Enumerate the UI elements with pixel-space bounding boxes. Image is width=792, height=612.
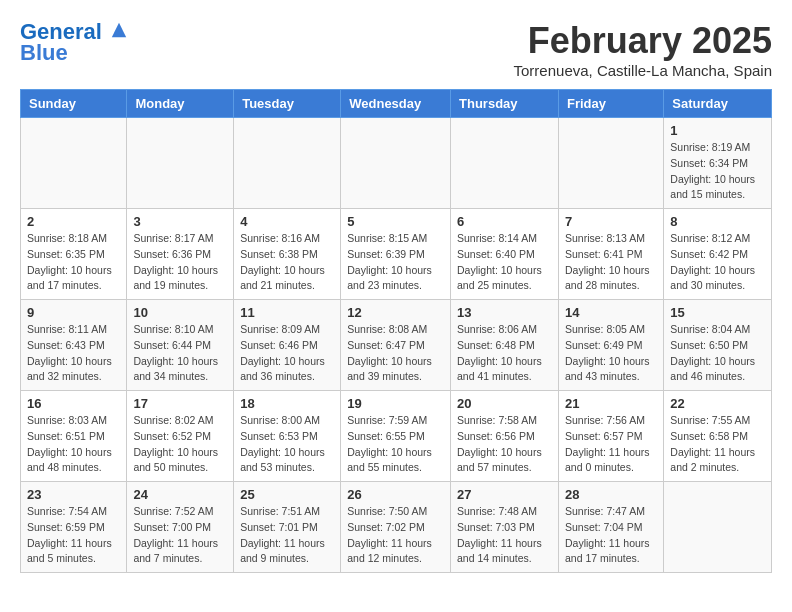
header-friday: Friday — [558, 90, 663, 118]
day-info: Sunrise: 7:48 AM Sunset: 7:03 PM Dayligh… — [457, 504, 552, 567]
day-cell: 28Sunrise: 7:47 AM Sunset: 7:04 PM Dayli… — [558, 482, 663, 573]
day-info: Sunrise: 7:52 AM Sunset: 7:00 PM Dayligh… — [133, 504, 227, 567]
day-number: 9 — [27, 305, 120, 320]
day-cell — [558, 118, 663, 209]
week-row-4: 16Sunrise: 8:03 AM Sunset: 6:51 PM Dayli… — [21, 391, 772, 482]
logo: General Blue — [20, 20, 128, 66]
day-info: Sunrise: 7:56 AM Sunset: 6:57 PM Dayligh… — [565, 413, 657, 476]
day-number: 17 — [133, 396, 227, 411]
day-cell: 27Sunrise: 7:48 AM Sunset: 7:03 PM Dayli… — [451, 482, 559, 573]
week-row-5: 23Sunrise: 7:54 AM Sunset: 6:59 PM Dayli… — [21, 482, 772, 573]
day-info: Sunrise: 7:51 AM Sunset: 7:01 PM Dayligh… — [240, 504, 334, 567]
day-number: 15 — [670, 305, 765, 320]
day-info: Sunrise: 8:12 AM Sunset: 6:42 PM Dayligh… — [670, 231, 765, 294]
title-block: February 2025 Torrenueva, Castille-La Ma… — [514, 20, 772, 79]
day-info: Sunrise: 8:09 AM Sunset: 6:46 PM Dayligh… — [240, 322, 334, 385]
day-cell — [664, 482, 772, 573]
day-info: Sunrise: 8:03 AM Sunset: 6:51 PM Dayligh… — [27, 413, 120, 476]
day-info: Sunrise: 7:58 AM Sunset: 6:56 PM Dayligh… — [457, 413, 552, 476]
day-info: Sunrise: 8:11 AM Sunset: 6:43 PM Dayligh… — [27, 322, 120, 385]
day-cell: 3Sunrise: 8:17 AM Sunset: 6:36 PM Daylig… — [127, 209, 234, 300]
page-header: General Blue February 2025 Torrenueva, C… — [20, 20, 772, 79]
day-number: 2 — [27, 214, 120, 229]
day-cell: 25Sunrise: 7:51 AM Sunset: 7:01 PM Dayli… — [234, 482, 341, 573]
day-cell — [21, 118, 127, 209]
day-number: 8 — [670, 214, 765, 229]
day-number: 6 — [457, 214, 552, 229]
day-cell: 24Sunrise: 7:52 AM Sunset: 7:00 PM Dayli… — [127, 482, 234, 573]
day-number: 21 — [565, 396, 657, 411]
day-cell: 15Sunrise: 8:04 AM Sunset: 6:50 PM Dayli… — [664, 300, 772, 391]
day-cell: 5Sunrise: 8:15 AM Sunset: 6:39 PM Daylig… — [341, 209, 451, 300]
day-cell — [341, 118, 451, 209]
logo-icon — [110, 21, 128, 39]
header-monday: Monday — [127, 90, 234, 118]
day-info: Sunrise: 7:59 AM Sunset: 6:55 PM Dayligh… — [347, 413, 444, 476]
day-cell: 4Sunrise: 8:16 AM Sunset: 6:38 PM Daylig… — [234, 209, 341, 300]
day-info: Sunrise: 8:18 AM Sunset: 6:35 PM Dayligh… — [27, 231, 120, 294]
day-cell: 7Sunrise: 8:13 AM Sunset: 6:41 PM Daylig… — [558, 209, 663, 300]
day-number: 3 — [133, 214, 227, 229]
day-number: 20 — [457, 396, 552, 411]
header-saturday: Saturday — [664, 90, 772, 118]
day-info: Sunrise: 8:06 AM Sunset: 6:48 PM Dayligh… — [457, 322, 552, 385]
day-info: Sunrise: 8:14 AM Sunset: 6:40 PM Dayligh… — [457, 231, 552, 294]
week-row-2: 2Sunrise: 8:18 AM Sunset: 6:35 PM Daylig… — [21, 209, 772, 300]
day-info: Sunrise: 8:17 AM Sunset: 6:36 PM Dayligh… — [133, 231, 227, 294]
day-cell: 10Sunrise: 8:10 AM Sunset: 6:44 PM Dayli… — [127, 300, 234, 391]
location-subtitle: Torrenueva, Castille-La Mancha, Spain — [514, 62, 772, 79]
day-cell: 23Sunrise: 7:54 AM Sunset: 6:59 PM Dayli… — [21, 482, 127, 573]
day-cell: 17Sunrise: 8:02 AM Sunset: 6:52 PM Dayli… — [127, 391, 234, 482]
day-info: Sunrise: 7:55 AM Sunset: 6:58 PM Dayligh… — [670, 413, 765, 476]
day-info: Sunrise: 8:00 AM Sunset: 6:53 PM Dayligh… — [240, 413, 334, 476]
day-info: Sunrise: 8:15 AM Sunset: 6:39 PM Dayligh… — [347, 231, 444, 294]
day-cell: 22Sunrise: 7:55 AM Sunset: 6:58 PM Dayli… — [664, 391, 772, 482]
day-number: 27 — [457, 487, 552, 502]
day-info: Sunrise: 7:47 AM Sunset: 7:04 PM Dayligh… — [565, 504, 657, 567]
day-number: 18 — [240, 396, 334, 411]
day-cell — [127, 118, 234, 209]
day-cell: 9Sunrise: 8:11 AM Sunset: 6:43 PM Daylig… — [21, 300, 127, 391]
day-cell: 12Sunrise: 8:08 AM Sunset: 6:47 PM Dayli… — [341, 300, 451, 391]
month-year-title: February 2025 — [514, 20, 772, 62]
day-cell: 14Sunrise: 8:05 AM Sunset: 6:49 PM Dayli… — [558, 300, 663, 391]
day-cell — [234, 118, 341, 209]
header-tuesday: Tuesday — [234, 90, 341, 118]
day-number: 22 — [670, 396, 765, 411]
header-wednesday: Wednesday — [341, 90, 451, 118]
day-info: Sunrise: 8:10 AM Sunset: 6:44 PM Dayligh… — [133, 322, 227, 385]
calendar-body: 1Sunrise: 8:19 AM Sunset: 6:34 PM Daylig… — [21, 118, 772, 573]
day-cell: 11Sunrise: 8:09 AM Sunset: 6:46 PM Dayli… — [234, 300, 341, 391]
day-number: 13 — [457, 305, 552, 320]
day-number: 23 — [27, 487, 120, 502]
day-cell: 1Sunrise: 8:19 AM Sunset: 6:34 PM Daylig… — [664, 118, 772, 209]
day-cell: 18Sunrise: 8:00 AM Sunset: 6:53 PM Dayli… — [234, 391, 341, 482]
day-info: Sunrise: 8:13 AM Sunset: 6:41 PM Dayligh… — [565, 231, 657, 294]
day-number: 19 — [347, 396, 444, 411]
day-number: 7 — [565, 214, 657, 229]
day-number: 5 — [347, 214, 444, 229]
day-number: 12 — [347, 305, 444, 320]
day-info: Sunrise: 8:08 AM Sunset: 6:47 PM Dayligh… — [347, 322, 444, 385]
day-cell: 13Sunrise: 8:06 AM Sunset: 6:48 PM Dayli… — [451, 300, 559, 391]
day-number: 24 — [133, 487, 227, 502]
header-sunday: Sunday — [21, 90, 127, 118]
day-number: 4 — [240, 214, 334, 229]
day-number: 1 — [670, 123, 765, 138]
day-number: 11 — [240, 305, 334, 320]
day-cell: 19Sunrise: 7:59 AM Sunset: 6:55 PM Dayli… — [341, 391, 451, 482]
svg-marker-0 — [112, 23, 126, 37]
week-row-3: 9Sunrise: 8:11 AM Sunset: 6:43 PM Daylig… — [21, 300, 772, 391]
day-number: 28 — [565, 487, 657, 502]
day-cell: 8Sunrise: 8:12 AM Sunset: 6:42 PM Daylig… — [664, 209, 772, 300]
day-number: 16 — [27, 396, 120, 411]
day-number: 25 — [240, 487, 334, 502]
day-info: Sunrise: 8:19 AM Sunset: 6:34 PM Dayligh… — [670, 140, 765, 203]
header-thursday: Thursday — [451, 90, 559, 118]
day-number: 10 — [133, 305, 227, 320]
header-row: Sunday Monday Tuesday Wednesday Thursday… — [21, 90, 772, 118]
day-cell: 21Sunrise: 7:56 AM Sunset: 6:57 PM Dayli… — [558, 391, 663, 482]
day-info: Sunrise: 8:16 AM Sunset: 6:38 PM Dayligh… — [240, 231, 334, 294]
day-cell: 26Sunrise: 7:50 AM Sunset: 7:02 PM Dayli… — [341, 482, 451, 573]
day-number: 14 — [565, 305, 657, 320]
